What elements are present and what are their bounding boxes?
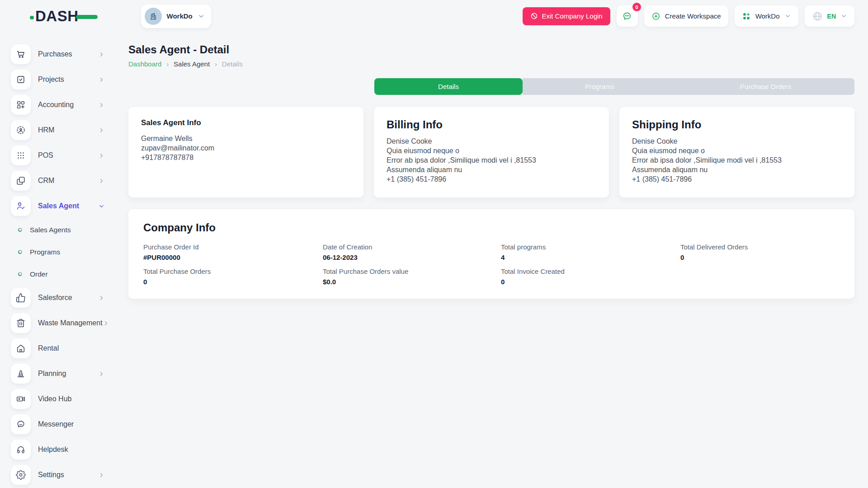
sidebar-item-label: Salesforce xyxy=(38,294,72,302)
messages-button[interactable]: 0 xyxy=(617,5,638,27)
language-selector[interactable]: EN xyxy=(805,5,854,27)
field-total-programs: Total programs 4 xyxy=(501,243,680,261)
sidebar-subitem-label: Programs xyxy=(30,248,60,256)
chevron-right-icon xyxy=(98,472,105,479)
field-label: Purchase Order Id xyxy=(143,243,323,251)
trash-icon xyxy=(11,313,31,333)
ban-icon xyxy=(530,12,538,20)
cart-icon xyxy=(11,44,31,64)
app-screen: DASH WorkDo Exit Company Login xyxy=(0,0,868,488)
exit-company-login-button[interactable]: Exit Company Login xyxy=(523,7,610,25)
sidebar-item-pos[interactable]: POS xyxy=(0,143,128,168)
sidebar-subitem-label: Order xyxy=(30,270,48,278)
sidebar-item-waste-management[interactable]: Waste Management xyxy=(0,310,128,336)
sidebar-item-accounting[interactable]: Accounting xyxy=(0,92,128,117)
dots-grid-icon xyxy=(11,145,31,165)
thumbs-up-icon xyxy=(11,288,31,308)
logo-accent-dot xyxy=(30,16,34,19)
company-info-grid: Purchase Order Id #PUR00000 Date of Crea… xyxy=(143,243,840,286)
field-label: Total Delivered Orders xyxy=(680,243,840,251)
sales-agent-info-card: Sales Agent Info Germaine Wells zupav@ma… xyxy=(128,107,363,197)
sidebar-item-helpdesk[interactable]: Helpdesk xyxy=(0,437,128,462)
globe-icon xyxy=(812,11,823,22)
user-focus-icon xyxy=(11,120,31,140)
grid-plus-icon xyxy=(11,95,31,115)
field-purchase-order-id: Purchase Order Id #PUR00000 xyxy=(143,243,323,261)
sidebar-item-label: Sales Agent xyxy=(38,202,79,210)
breadcrumb: Dashboard › Sales Agent › Details xyxy=(128,60,854,68)
sidebar-item-hrm[interactable]: HRM xyxy=(0,117,128,143)
sidebar-item-label: Waste Management xyxy=(38,319,103,327)
shipping-phone: +1 (385) 451-7896 xyxy=(632,174,842,184)
sidebar-item-projects[interactable]: Projects xyxy=(0,67,128,92)
chevron-right-icon xyxy=(98,102,105,108)
sidebar-item-label: POS xyxy=(38,151,53,160)
chevron-right-icon: › xyxy=(166,61,169,68)
sidebar-subitem-sales-agents[interactable]: Sales Agents xyxy=(0,219,128,241)
field-label: Total programs xyxy=(501,243,680,251)
sidebar-item-messenger[interactable]: Messenger xyxy=(0,412,128,437)
chevron-right-icon xyxy=(103,320,109,327)
sidebar-item-sales-agent[interactable]: Sales Agent xyxy=(0,193,128,219)
workspace-menu-label: WorkDo xyxy=(755,12,780,20)
bullet-icon xyxy=(18,272,22,276)
tab-purchase-orders[interactable]: Purchase Orders xyxy=(677,78,854,95)
field-value: 06-12-2023 xyxy=(323,253,501,261)
breadcrumb-section[interactable]: Sales Agent xyxy=(174,60,210,68)
field-total-delivered-orders: Total Delivered Orders 0 xyxy=(680,243,840,261)
company-switcher[interactable]: WorkDo xyxy=(141,5,211,28)
chevron-right-icon xyxy=(98,76,105,83)
sidebar-item-label: HRM xyxy=(38,126,54,134)
sidebar-subitem-order[interactable]: Order xyxy=(0,263,128,285)
billing-name: Denise Cooke xyxy=(387,136,596,146)
field-value: 0 xyxy=(501,278,680,286)
sidebar-item-label: Settings xyxy=(38,471,64,479)
chevron-right-icon xyxy=(98,178,105,184)
sidebar-item-settings[interactable]: Settings xyxy=(0,462,128,488)
sidebar-item-salesforce[interactable]: Salesforce xyxy=(0,285,128,310)
field-label: Date of Creation xyxy=(323,243,501,251)
sidebar-item-label: Purchases xyxy=(38,50,72,58)
sidebar-item-label: Projects xyxy=(38,75,64,84)
field-label: Total Purchase Orders xyxy=(143,267,323,275)
field-label: Total Purchase Orders value xyxy=(323,267,501,275)
workspace-menu[interactable]: WorkDo xyxy=(735,5,798,27)
sidebar-item-planning[interactable]: Planning xyxy=(0,361,128,386)
chevron-right-icon xyxy=(98,51,105,58)
field-total-purchase-orders-value: Total Purchase Orders value $0.0 xyxy=(323,267,501,286)
breadcrumb-dashboard-link[interactable]: Dashboard xyxy=(128,60,161,68)
sidebar-item-video-hub[interactable]: Video Hub xyxy=(0,386,128,412)
create-workspace-button[interactable]: Create Workspace xyxy=(644,5,728,27)
tab-details[interactable]: Details xyxy=(374,78,523,95)
sidebar-item-label: CRM xyxy=(38,177,54,185)
top-header: DASH WorkDo Exit Company Login xyxy=(0,0,868,32)
bullet-icon xyxy=(18,249,22,254)
sidebar-item-label: Rental xyxy=(38,344,59,352)
sidebar-item-label: Accounting xyxy=(38,101,74,109)
sidebar-item-rental[interactable]: Rental xyxy=(0,336,128,361)
headset-icon xyxy=(11,440,31,460)
company-switcher-label: WorkDo xyxy=(167,12,193,20)
messages-badge: 0 xyxy=(632,3,641,11)
chevron-right-icon xyxy=(98,295,105,301)
chevron-right-icon xyxy=(98,127,105,134)
tab-programs[interactable]: Programs xyxy=(523,78,677,95)
dash-logo[interactable]: DASH xyxy=(30,8,98,25)
bullet-icon xyxy=(18,227,22,232)
card-title: Shipping Info xyxy=(632,118,842,131)
shipping-address-line: Error ab ipsa dolor ,Similique modi vel … xyxy=(632,155,842,165)
agent-name: Germaine Wells xyxy=(141,134,351,143)
sidebar-subitem-programs[interactable]: Programs xyxy=(0,241,128,263)
grid-plus-icon xyxy=(742,12,751,21)
field-value: 0 xyxy=(680,253,840,261)
sidebar-item-purchases[interactable]: Purchases xyxy=(0,42,128,67)
shipping-name: Denise Cooke xyxy=(632,136,842,146)
sidebar-subitem-label: Sales Agents xyxy=(30,226,71,234)
field-value: 4 xyxy=(501,253,680,261)
home-icon xyxy=(11,338,31,358)
sidebar-item-crm[interactable]: CRM xyxy=(0,168,128,193)
plus-circle-icon xyxy=(651,12,660,21)
billing-info-card: Billing Info Denise Cooke Quia eiusmod n… xyxy=(374,107,609,197)
sidebar-item-label: Planning xyxy=(38,370,66,378)
chevron-right-icon xyxy=(98,371,105,377)
